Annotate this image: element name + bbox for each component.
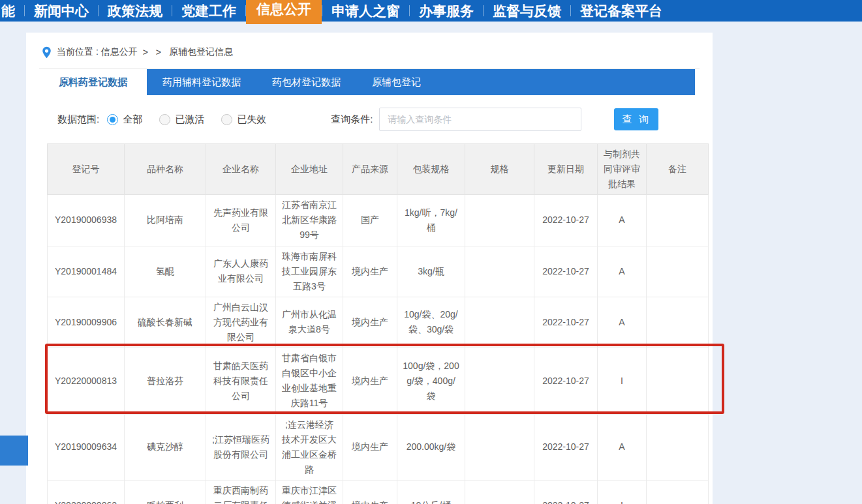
- table-cell: 2022-10-27: [534, 480, 598, 504]
- radio-option[interactable]: 已激活: [159, 113, 204, 126]
- nav-item[interactable]: 监督与反馈: [484, 0, 570, 22]
- nav-item[interactable]: 申请人之窗: [322, 0, 409, 22]
- table-cell: 2022-10-27: [534, 246, 598, 297]
- table-cell: 硫酸长春新碱: [125, 297, 206, 348]
- breadcrumb-separator: > >: [143, 47, 164, 57]
- radio-option[interactable]: 已失效: [221, 113, 266, 126]
- table-cell: 广州白云山汉方现代药业有限公司: [206, 297, 276, 348]
- table-cell: [465, 348, 534, 414]
- table-cell: [647, 297, 709, 348]
- table-cell: 比阿培南: [125, 195, 206, 246]
- nav-item[interactable]: 办事服务: [410, 0, 483, 22]
- table-cell: 2022-10-27: [534, 348, 598, 414]
- table-cell: [465, 195, 534, 246]
- table-cell: 2022-10-27: [534, 414, 598, 480]
- tab-bar: 原料药登记数据药用辅料登记数据药包材登记数据原辅包登记: [39, 69, 695, 95]
- registration-table: 登记号品种名称企业名称企业地址产品来源包装规格规格更新日期与制剂共同审评审批结果…: [47, 143, 709, 504]
- table-cell: Y20190009634: [48, 414, 125, 480]
- breadcrumb-current: 原辅包登记信息: [169, 46, 233, 58]
- table-cell: Y20190009906: [48, 297, 125, 348]
- table-cell: [647, 480, 709, 504]
- table-cell: [647, 246, 709, 297]
- column-header: 企业地址: [276, 144, 343, 195]
- tab-active[interactable]: 原料药登记数据: [39, 69, 147, 95]
- table-cell: I: [598, 348, 647, 414]
- table-cell: [647, 414, 709, 480]
- column-header: 备注: [647, 144, 709, 195]
- breadcrumb-prefix: 当前位置 :: [57, 46, 99, 58]
- table-cell: [465, 414, 534, 480]
- table-cell: [647, 348, 709, 414]
- table-cell: 哌柏西利: [125, 480, 206, 504]
- filter-row: 数据范围: 全部已激活已失效 查询条件: 查 询: [26, 100, 713, 138]
- search-button[interactable]: 查 询: [614, 108, 658, 130]
- table-cell: 境内生产: [343, 297, 397, 348]
- table-cell: 境内生产: [343, 348, 397, 414]
- table-cell: 境内生产: [343, 414, 397, 480]
- table-row[interactable]: Y20190001484氢醌广东人人康药业有限公司珠海市南屏科技工业园屏东五路3…: [48, 246, 709, 297]
- table-cell: 国产: [343, 195, 397, 246]
- table-cell: 10g/袋、20g/袋、30g/袋: [397, 297, 465, 348]
- breadcrumb: 当前位置 : 信息公开 > > 原辅包登记信息: [26, 33, 713, 61]
- table-cell: [465, 297, 534, 348]
- tab-item[interactable]: 药包材登记数据: [256, 69, 356, 95]
- tab-item[interactable]: 药用辅料登记数据: [147, 69, 256, 95]
- column-header: 包装规格: [397, 144, 465, 195]
- table-cell: [647, 195, 709, 246]
- table-cell: I: [598, 480, 647, 504]
- radio-icon: [107, 114, 118, 125]
- side-widget-button[interactable]: [0, 436, 28, 466]
- table-header-row: 登记号品种名称企业名称企业地址产品来源包装规格规格更新日期与制剂共同审评审批结果…: [48, 144, 709, 195]
- table-cell: 广东人人康药业有限公司: [206, 246, 276, 297]
- column-header: 登记号: [48, 144, 125, 195]
- table-cell: 氢醌: [125, 246, 206, 297]
- location-pin-icon: [42, 46, 52, 59]
- nav-item[interactable]: 党建工作: [172, 0, 245, 22]
- radio-label: 全部: [123, 113, 142, 126]
- table-row[interactable]: Y20220000862哌柏西利重庆西南制药二厂有限责任公司重庆市江津区德感街道…: [48, 480, 709, 504]
- radio-option[interactable]: 全部: [107, 113, 142, 126]
- table-cell: [465, 246, 534, 297]
- table-cell: A: [598, 414, 647, 480]
- table-row[interactable]: Y20220000813普拉洛芬甘肃皓天医药科技有限责任公司甘肃省白银市白银区中…: [48, 348, 709, 414]
- table-cell: 江苏省南京江北新区华康路99号: [276, 195, 343, 246]
- table-cell: 18公斤/桶: [397, 480, 465, 504]
- table-row[interactable]: Y20190006938比阿培南先声药业有限公司江苏省南京江北新区华康路99号国…: [48, 195, 709, 246]
- table-cell: 甘肃省白银市白银区中小企业创业基地重庆路11号: [276, 348, 343, 414]
- table-cell: 1kg/听，7kg/桶: [397, 195, 465, 246]
- table-row[interactable]: Y20190009634碘克沙醇;江苏恒瑞医药股份有限公司;连云港经济技术开发区…: [48, 414, 709, 480]
- column-header: 与制剂共同审评审批结果: [598, 144, 647, 195]
- nav-item[interactable]: 政策法规: [99, 0, 172, 22]
- top-nav: 能新闻中心政策法规党建工作信息公开申请人之窗办事服务监督与反馈登记备案平台: [0, 0, 862, 22]
- table-cell: 重庆市江津区德感街道兰溪路555号: [276, 480, 343, 504]
- table-cell: 境内生产: [343, 246, 397, 297]
- nav-item[interactable]: 登记备案平台: [571, 0, 671, 22]
- radio-icon: [159, 114, 170, 125]
- table-cell: 广州市从化温泉大道8号: [276, 297, 343, 348]
- radio-icon: [221, 114, 232, 125]
- table-cell: [465, 480, 534, 504]
- table-cell: 甘肃皓天医药科技有限责任公司: [206, 348, 276, 414]
- nav-item[interactable]: 能: [1, 0, 24, 22]
- content-card: 当前位置 : 信息公开 > > 原辅包登记信息 原料药登记数据药用辅料登记数据药…: [26, 33, 713, 504]
- table-cell: 先声药业有限公司: [206, 195, 276, 246]
- table-cell: Y20220000862: [48, 480, 125, 504]
- radio-group: 全部已激活已失效: [107, 113, 283, 126]
- tab-item[interactable]: 原辅包登记: [356, 69, 437, 95]
- table-cell: Y20190006938: [48, 195, 125, 246]
- table-cell: A: [598, 246, 647, 297]
- table-cell: 2022-10-27: [534, 297, 598, 348]
- table-cell: 100g/袋，200g/袋，400g/袋: [397, 348, 465, 414]
- table-cell: 珠海市南屏科技工业园屏东五路3号: [276, 246, 343, 297]
- nav-item[interactable]: 新闻中心: [25, 0, 98, 22]
- table-cell: Y20190001484: [48, 246, 125, 297]
- table-row[interactable]: Y20190009906硫酸长春新碱广州白云山汉方现代药业有限公司广州市从化温泉…: [48, 297, 709, 348]
- table-body: Y20190006938比阿培南先声药业有限公司江苏省南京江北新区华康路99号国…: [48, 195, 709, 504]
- breadcrumb-section-link[interactable]: 信息公开: [101, 46, 138, 58]
- search-input[interactable]: [379, 108, 581, 131]
- column-header: 规格: [465, 144, 534, 195]
- table-cell: A: [598, 195, 647, 246]
- nav-item[interactable]: 信息公开: [246, 0, 322, 24]
- query-condition-label: 查询条件:: [331, 113, 373, 126]
- table-cell: ;连云港经济技术开发区大浦工业区金桥路: [276, 414, 343, 480]
